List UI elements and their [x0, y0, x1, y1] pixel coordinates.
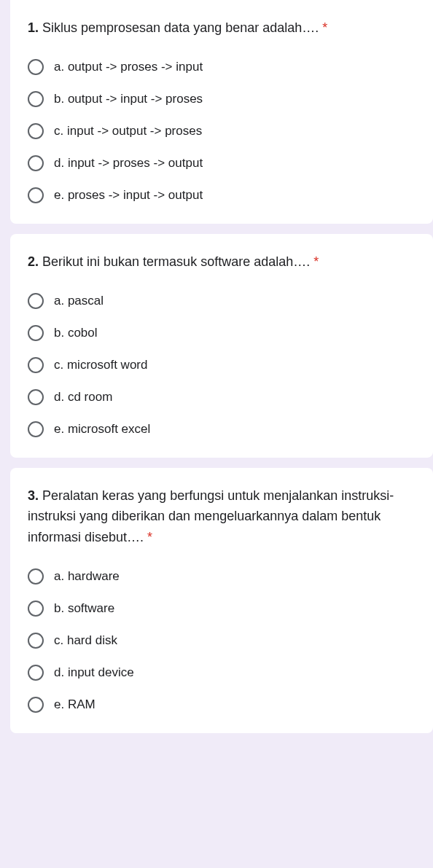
radio-icon	[28, 568, 44, 584]
question-text: 2. Berikut ini bukan termasuk software a…	[28, 251, 416, 273]
radio-option[interactable]: a. pascal	[28, 293, 416, 309]
option-label: c. input -> output -> proses	[54, 124, 202, 138]
radio-option[interactable]: b. software	[28, 601, 416, 617]
option-label: a. output -> proses -> input	[54, 60, 203, 74]
radio-icon	[28, 293, 44, 309]
option-label: a. pascal	[54, 294, 104, 308]
question-card-3: 3. Peralatan keras yang berfungsi untuk …	[10, 468, 433, 733]
radio-icon	[28, 389, 44, 405]
radio-option[interactable]: b. cobol	[28, 325, 416, 341]
radio-icon	[28, 357, 44, 373]
radio-option[interactable]: e. RAM	[28, 697, 416, 713]
option-label: c. microsoft word	[54, 358, 147, 372]
question-number: 1.	[28, 20, 39, 35]
question-card-2: 2. Berikut ini bukan termasuk software a…	[10, 234, 433, 458]
required-asterisk: *	[147, 530, 152, 544]
required-asterisk: *	[313, 254, 319, 269]
question-card-1: 1. Siklus pemprosesan data yang benar ad…	[10, 0, 433, 224]
radio-icon	[28, 421, 44, 437]
question-number: 3.	[28, 488, 39, 503]
radio-icon	[28, 665, 44, 681]
option-label: e. microsoft excel	[54, 422, 150, 437]
radio-icon	[28, 59, 44, 75]
option-label: d. cd room	[54, 390, 112, 404]
radio-option[interactable]: c. microsoft word	[28, 357, 416, 373]
radio-icon	[28, 601, 44, 617]
radio-icon	[28, 123, 44, 139]
question-body: Peralatan keras yang berfungsi untuk men…	[28, 488, 394, 545]
option-label: c. hard disk	[54, 633, 117, 648]
option-label: b. software	[54, 601, 114, 616]
question-body: Berikut ini bukan termasuk software adal…	[42, 254, 310, 269]
radio-option[interactable]: d. input device	[28, 665, 416, 681]
radio-icon	[28, 91, 44, 107]
radio-icon	[28, 187, 44, 203]
option-label: d. input -> proses -> output	[54, 156, 203, 171]
question-text: 3. Peralatan keras yang berfungsi untuk …	[28, 485, 416, 548]
radio-option[interactable]: d. input -> proses -> output	[28, 155, 416, 171]
option-label: d. input device	[54, 665, 134, 680]
radio-option[interactable]: c. input -> output -> proses	[28, 123, 416, 139]
radio-option[interactable]: a. output -> proses -> input	[28, 59, 416, 75]
radio-icon	[28, 697, 44, 713]
option-label: b. cobol	[54, 326, 98, 340]
option-label: e. proses -> input -> output	[54, 188, 203, 203]
option-label: e. RAM	[54, 697, 95, 712]
question-body: Siklus pemprosesan data yang benar adala…	[42, 20, 319, 35]
radio-option[interactable]: e. microsoft excel	[28, 421, 416, 437]
radio-icon	[28, 633, 44, 649]
radio-option[interactable]: c. hard disk	[28, 633, 416, 649]
radio-option[interactable]: b. output -> input -> proses	[28, 91, 416, 107]
radio-option[interactable]: a. hardware	[28, 568, 416, 584]
radio-option[interactable]: d. cd room	[28, 389, 416, 405]
option-label: a. hardware	[54, 569, 120, 584]
option-label: b. output -> input -> proses	[54, 92, 203, 106]
required-asterisk: *	[322, 20, 327, 35]
radio-option[interactable]: e. proses -> input -> output	[28, 187, 416, 203]
radio-icon	[28, 325, 44, 341]
radio-icon	[28, 155, 44, 171]
question-number: 2.	[28, 254, 39, 269]
question-text: 1. Siklus pemprosesan data yang benar ad…	[28, 17, 416, 39]
